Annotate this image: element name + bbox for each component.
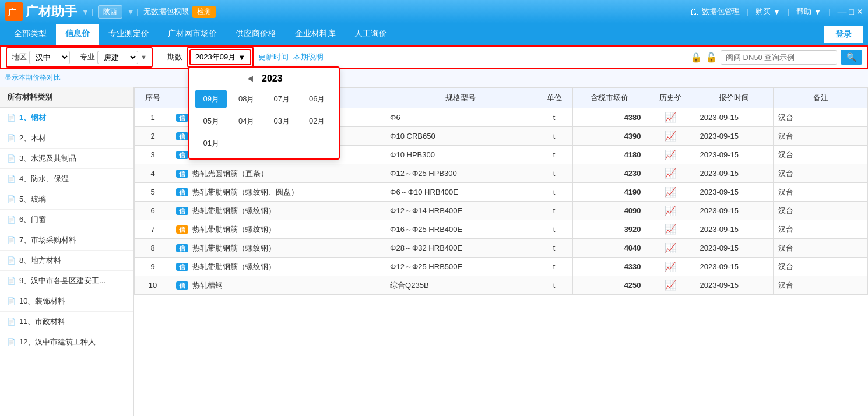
cell-history[interactable]: 📈 — [646, 127, 695, 146]
sidebar-item-municipal[interactable]: 📄 11、市政材料 — [0, 312, 133, 332]
unlock-icon[interactable]: 🔓 — [705, 52, 717, 63]
sidebar-item-waterproof[interactable]: 📄 4、防水、保温 — [0, 169, 133, 189]
sidebar-collapse-button[interactable]: ◄ — [133, 246, 134, 276]
region-button[interactable]: 陕西 — [98, 5, 122, 19]
info-badge: 信 — [176, 114, 188, 122]
cell-history[interactable]: 📈 — [646, 220, 695, 239]
nav-manual-inquiry[interactable]: 人工询价 — [345, 24, 396, 45]
update-time-link[interactable]: 更新时间 — [258, 52, 289, 62]
info-badge: 信 — [176, 170, 188, 178]
date-select-button[interactable]: 2023年09月 ▼ — [189, 49, 251, 65]
buy-label[interactable]: 购买 — [755, 6, 771, 17]
cell-history[interactable]: 📈 — [646, 183, 695, 202]
info-badge: 信 — [176, 151, 188, 159]
main-content: 所有材料类别 📄 1、钢材 📄 2、木材 📄 3、水泥及其制品 📄 4、防水、保… — [0, 87, 868, 416]
logo-text: 广材助手 — [26, 3, 77, 20]
sidebar-item-county[interactable]: 📄 9、汉中市各县区建安工... — [0, 271, 133, 291]
cell-history[interactable]: 📈 — [646, 164, 695, 183]
trend-icon[interactable]: 📈 — [665, 150, 676, 160]
month-06[interactable]: 06月 — [301, 90, 333, 108]
th-date: 报价时间 — [695, 88, 774, 108]
nav-all-types[interactable]: 全部类型 — [5, 24, 56, 45]
cell-date: 2023-09-15 — [695, 276, 774, 295]
divider1: ▼ | — [82, 8, 93, 16]
cell-history[interactable]: 📈 — [646, 276, 695, 295]
cell-name: 信 热轧带肋钢筋（螺纹钢、圆盘） — [171, 183, 385, 202]
nav-market-price[interactable]: 广材网市场价 — [159, 24, 226, 45]
year-display: 2023 — [262, 73, 283, 84]
sidebar-item-local[interactable]: 📄 8、地方材料 — [0, 251, 133, 271]
cell-unit: t — [536, 276, 572, 295]
search-area: 🔒 🔓 🔍 — [690, 50, 862, 65]
sidebar-item-steel[interactable]: 📄 1、钢材 — [0, 108, 133, 128]
sidebar-item-decoration[interactable]: 📄 10、装饰材料 — [0, 291, 133, 312]
sidebar-item-glass[interactable]: 📄 5、玻璃 — [0, 189, 133, 210]
trend-icon[interactable]: 📈 — [665, 243, 676, 253]
minimize-button[interactable]: — — [838, 6, 847, 17]
table-row: 5 信 热轧带肋钢筋（螺纹钢、圆盘） Φ6～Φ10 HRB400E t 4190… — [135, 183, 868, 202]
trend-icon[interactable]: 📈 — [665, 206, 676, 216]
sidebar-item-labor[interactable]: 📄 12、汉中市建筑工种人 — [0, 332, 133, 352]
cell-no: 4 — [135, 164, 171, 183]
cell-no: 7 — [135, 220, 171, 239]
cell-history[interactable]: 📈 — [646, 239, 695, 258]
show-period-link[interactable]: 显示本期价格对比 — [5, 73, 61, 83]
nav-enterprise[interactable]: 企业材料库 — [286, 24, 345, 45]
period-note-link[interactable]: 本期说明 — [293, 52, 324, 62]
search-input[interactable] — [721, 50, 837, 65]
data-manage-label[interactable]: 数据包管理 — [702, 6, 740, 17]
info-badge: 信 — [176, 225, 188, 234]
lock-icon[interactable]: 🔒 — [690, 52, 702, 63]
cell-date: 2023-09-15 — [695, 220, 774, 239]
month-03[interactable]: 03月 — [266, 112, 298, 131]
cell-name: 信 热轧带肋钢筋（螺纹钢） — [171, 220, 385, 239]
region-select[interactable]: 汉中 西安 咸阳 — [29, 51, 70, 64]
special-select[interactable]: 房建 市政 — [97, 51, 138, 64]
month-09[interactable]: 09月 — [195, 90, 227, 108]
trend-icon[interactable]: 📈 — [665, 262, 676, 272]
nav-professional[interactable]: 专业测定价 — [99, 24, 159, 45]
month-07[interactable]: 07月 — [266, 90, 298, 108]
cell-price: 4250 — [572, 276, 646, 295]
sidebar-item-cement[interactable]: 📄 3、水泥及其制品 — [0, 149, 133, 169]
month-04[interactable]: 04月 — [230, 112, 262, 131]
special-arrow: ▼ — [140, 54, 147, 61]
table-row: 10 信 热轧槽钢 综合Q235B t 4250 📈 2023-09-15 汉台 — [135, 276, 868, 295]
sidebar-item-market[interactable]: 📄 7、市场采购材料 — [0, 230, 133, 251]
sidebar-item-wood[interactable]: 📄 2、木材 — [0, 128, 133, 149]
cell-history[interactable]: 📈 — [646, 258, 695, 276]
cell-date: 2023-09-15 — [695, 258, 774, 276]
trend-icon[interactable]: 📈 — [665, 280, 676, 290]
cell-price: 4380 — [572, 108, 646, 127]
sidebar-item-doors[interactable]: 📄 6、门窗 — [0, 210, 133, 230]
trend-icon[interactable]: 📈 — [665, 112, 676, 122]
cell-history[interactable]: 📈 — [646, 202, 695, 220]
prev-year-button[interactable]: ◄ — [245, 73, 255, 84]
help-label[interactable]: 帮助 — [796, 6, 811, 17]
month-08[interactable]: 08月 — [230, 90, 262, 108]
cell-history[interactable]: 📈 — [646, 146, 695, 164]
file-icon-5: 📄 — [7, 195, 16, 203]
region-group: 地区 汉中 西安 咸阳 专业 房建 市政 ▼ — [6, 47, 153, 68]
trend-icon[interactable]: 📈 — [665, 187, 676, 197]
sidebar-item-label-9: 9、汉中市各县区建安工... — [19, 276, 126, 286]
close-button[interactable]: ✕ — [856, 7, 863, 16]
maximize-button[interactable]: □ — [849, 7, 854, 16]
trend-icon[interactable]: 📈 — [665, 131, 676, 141]
cell-price: 3920 — [572, 220, 646, 239]
cell-history[interactable]: 📈 — [646, 108, 695, 127]
nav-bar: 全部类型 信息价 专业测定价 广材网市场价 供应商价格 企业材料库 人工询价 登… — [0, 23, 868, 45]
period-label: 期数 — [167, 52, 182, 62]
detect-button[interactable]: 检测 — [192, 6, 216, 18]
month-05[interactable]: 05月 — [195, 112, 227, 131]
nav-info-price[interactable]: 信息价 — [56, 24, 99, 45]
th-price: 含税市场价 — [572, 88, 646, 108]
month-01[interactable]: 01月 — [195, 134, 227, 153]
search-button[interactable]: 🔍 — [841, 50, 862, 65]
login-button[interactable]: 登录 — [824, 26, 863, 43]
trend-icon[interactable]: 📈 — [665, 224, 676, 234]
trend-icon[interactable]: 📈 — [665, 168, 676, 178]
cell-unit: t — [536, 127, 572, 146]
nav-supplier-price[interactable]: 供应商价格 — [226, 24, 286, 45]
month-02[interactable]: 02月 — [301, 112, 333, 131]
